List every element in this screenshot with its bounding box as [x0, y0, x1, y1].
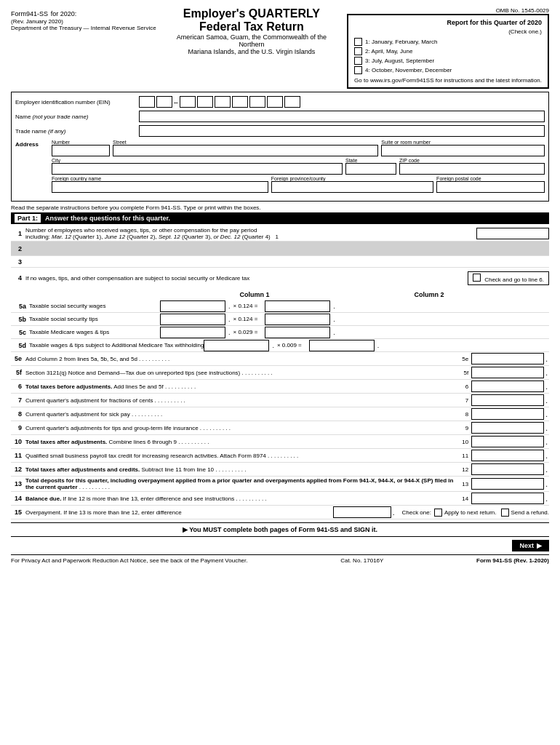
quarter-label-4: 4: October, November, December	[365, 67, 452, 73]
ein-box-2[interactable]	[156, 96, 172, 108]
line-5b-col2-input[interactable]	[265, 314, 330, 325]
line-5a-dot: .	[228, 303, 231, 310]
line-11-input[interactable]	[471, 450, 544, 461]
line-2-num: 2	[11, 245, 25, 252]
trade-name-input[interactable]	[139, 125, 545, 137]
ein-dash: –	[174, 98, 178, 106]
foreign-country-label: Foreign country name	[52, 176, 268, 181]
line-5f-input[interactable]	[471, 367, 544, 378]
line-5b-dot: .	[228, 316, 231, 323]
city-block: City	[52, 158, 343, 175]
line-11-num: 11	[11, 452, 25, 459]
line-15-input-wrap: .	[333, 506, 396, 518]
quarter-option-1[interactable]: 1: January, February, March	[354, 38, 542, 46]
quarter-checkbox-3[interactable]	[354, 57, 362, 65]
line-1-desc: Number of employees who received wages, …	[25, 227, 476, 240]
line-14-input[interactable]	[471, 493, 544, 504]
line-6-desc: Total taxes before adjustments. Add line…	[25, 383, 465, 390]
line-5f-row: 5fSection 3121(q) Notice and Demand—Tax …	[11, 366, 549, 380]
zip-block: ZIP code	[399, 158, 545, 175]
ein-box-9[interactable]	[284, 96, 300, 108]
line-5c-row: 5c Taxable Medicare wages & tips . × 0.0…	[11, 326, 549, 339]
address-number-input[interactable]	[52, 145, 110, 156]
quarter-checkbox-1[interactable]	[354, 38, 362, 46]
line-13-input[interactable]	[471, 478, 544, 490]
next-button[interactable]: Next ▶	[512, 540, 549, 551]
line-5c-col1-input[interactable]	[160, 327, 225, 338]
ein-box-6[interactable]	[232, 96, 248, 108]
line-1-input[interactable]	[476, 228, 549, 239]
form-subtitle1: American Samoa, Guam, the Commonwealth o…	[164, 33, 340, 48]
line-5c-num: 5c	[11, 329, 29, 336]
line-4-num: 4	[11, 274, 25, 282]
address-state-input[interactable]	[345, 163, 396, 175]
form-number-label: Form941-SS for 2020:	[11, 7, 76, 18]
line-10-num: 10	[11, 438, 25, 445]
address-row3: Foreign country name Foreign province/co…	[52, 176, 545, 193]
line-5a-col1-input[interactable]	[160, 300, 225, 312]
check-goto-line6[interactable]: Check and go to line 6.	[468, 271, 549, 285]
line-5c-col2-input[interactable]	[265, 327, 330, 338]
ein-box-3[interactable]	[180, 96, 196, 108]
line-5d-col1-input[interactable]	[204, 340, 269, 351]
line-7-row: 7Current quarter's adjustment for fracti…	[11, 394, 549, 407]
ein-box-4[interactable]	[197, 96, 213, 108]
form-title-text: Employer's QUARTERLY Federal Tax Return	[164, 7, 340, 33]
line-11-row: 11Qualified small business payroll tax c…	[11, 449, 549, 463]
line-5d-col2-input[interactable]	[309, 340, 375, 351]
line-5d-col1: . × 0.009 =	[204, 340, 301, 351]
line-10-input[interactable]	[471, 436, 544, 447]
line-5d-multiplier: × 0.009 =	[277, 342, 302, 348]
ein-box-8[interactable]	[267, 96, 283, 108]
quarter-label-2: 2: April, May, June	[365, 48, 412, 55]
foreign-country-block: Foreign country name	[52, 176, 268, 193]
address-fields: Number Street Suite or room number	[52, 140, 545, 194]
foreign-country-input[interactable]	[52, 181, 268, 193]
line-14-row: 14Balance due. If line 12 is more than l…	[11, 492, 549, 506]
foreign-province-input[interactable]	[271, 181, 433, 193]
line-14-input-wrap: .	[471, 493, 549, 504]
line-9-input[interactable]	[471, 422, 544, 434]
line-5c-multiplier: × 0.029 =	[233, 329, 258, 335]
quarter-option-4[interactable]: 4: October, November, December	[354, 66, 542, 74]
line-5e-input[interactable]	[471, 353, 544, 364]
check-goto-label: Check and go to line 6.	[484, 276, 544, 283]
footer-form-ref: Form 941-SS (Rev. 1-2020)	[476, 557, 549, 564]
address-suite-input[interactable]	[381, 145, 545, 156]
name-input[interactable]	[139, 111, 545, 122]
ein-box-5[interactable]	[215, 96, 231, 108]
ein-box-1[interactable]	[139, 96, 155, 108]
line-7-input[interactable]	[471, 394, 544, 406]
line-12-num: 12	[11, 466, 25, 473]
address-street-input[interactable]	[113, 145, 378, 156]
line-15-apply-checkbox[interactable]	[434, 509, 442, 517]
line-12-input[interactable]	[471, 463, 544, 475]
line-8-input[interactable]	[471, 408, 544, 420]
col2-header: Column 2	[371, 291, 487, 298]
line-2-row: 2	[11, 242, 549, 256]
line-11-desc: Qualified small business payroll tax cre…	[25, 453, 462, 459]
quarter-option-3[interactable]: 3: July, August, September	[354, 57, 542, 65]
address-label: Address	[15, 140, 52, 148]
form-title-block: Form941-SS for 2020: (Rev. January 2020)…	[11, 7, 156, 31]
quarter-checkbox-2[interactable]	[354, 47, 362, 55]
line4-checkbox[interactable]	[473, 274, 481, 282]
address-zip-input[interactable]	[399, 163, 545, 175]
line-15-check-label: Check one:	[401, 509, 431, 516]
line-15-input[interactable]	[333, 506, 391, 518]
quarter-checkbox-4[interactable]	[354, 66, 362, 74]
line-5b-col1-input[interactable]	[160, 314, 225, 325]
address-city-input[interactable]	[52, 163, 343, 175]
line-15-send-checkbox[interactable]	[501, 509, 509, 517]
street-label: Street	[113, 140, 378, 145]
ein-group-1	[139, 96, 172, 108]
foreign-postal-input[interactable]	[436, 181, 545, 193]
col1-header: Column 1	[182, 291, 327, 298]
line-6-input[interactable]	[471, 381, 544, 392]
line-5a-col2-input[interactable]	[265, 300, 330, 312]
line-5d-dot: .	[272, 342, 274, 349]
line-5c-col1: . × 0.029 =	[160, 327, 257, 338]
line-5f-desc: Section 3121(q) Notice and Demand—Tax du…	[25, 370, 464, 376]
quarter-option-2[interactable]: 2: April, May, June	[354, 47, 542, 55]
ein-box-7[interactable]	[249, 96, 265, 108]
